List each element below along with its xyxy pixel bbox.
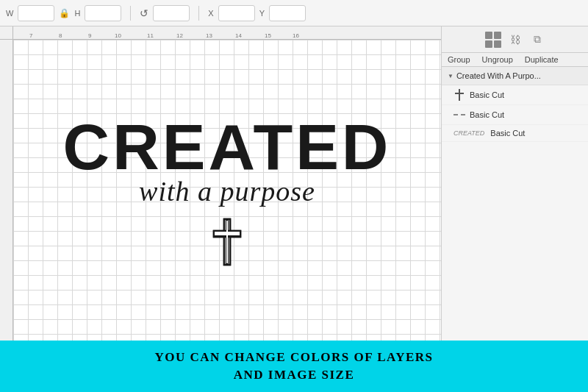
ungroup-button[interactable]: Ungroup [476, 53, 519, 66]
group-button[interactable]: Group [442, 53, 476, 66]
layer-item-3[interactable]: CREATED Basic Cut [442, 125, 588, 142]
canvas-grid[interactable]: CREATED with a purpose [13, 40, 441, 341]
layer-2-label: Basic Cut [470, 110, 504, 119]
layer-dash-icon [453, 109, 465, 121]
folder-arrow-icon: ▼ [448, 73, 453, 79]
ruler-tick-12: 12 [176, 32, 183, 39]
lock-icon: 🔒 [59, 8, 70, 18]
ruler-corner [0, 26, 13, 40]
layer-3-label: Basic Cut [490, 129, 525, 138]
main-toolbar: W 🔒 H ↺ X Y [0, 0, 588, 26]
w-label: W [6, 9, 13, 18]
panel-icon-group: ⛓ ⧉ [485, 32, 545, 48]
ruler-tick-11: 11 [147, 32, 154, 39]
ruler-left [0, 26, 13, 341]
width-input[interactable] [18, 5, 54, 21]
rotate-icon: ↺ [140, 7, 148, 19]
copy-icon: ⧉ [529, 32, 545, 48]
toolbar-w-group: W 🔒 H [6, 5, 121, 21]
bottom-banner: YOU CAN CHANGE COLORS OF LAYERS AND IMAG… [0, 341, 588, 392]
design-content: CREATED with a purpose [63, 115, 392, 266]
y-label: Y [259, 9, 265, 18]
folder-name: Created With A Purpo... [456, 71, 541, 80]
banner-line1: YOU CAN CHANGE COLORS OF LAYERS [154, 349, 433, 366]
design-created-text: CREATED [63, 115, 392, 179]
banner-line2: AND IMAGE SIZE [234, 366, 355, 384]
ruler-tick-14: 14 [235, 32, 242, 39]
divider-2 [198, 6, 199, 21]
grid-icon [485, 32, 501, 48]
x-input[interactable] [218, 5, 255, 21]
layers-folder-header[interactable]: ▼ Created With A Purpo... [442, 67, 588, 85]
panel-toolbar: ⛓ ⧉ [442, 26, 588, 53]
toolbar-xy-group: X Y [208, 5, 306, 21]
main-area: 7 8 9 10 11 12 13 14 15 16 CREATED with … [0, 26, 588, 341]
rotate-input[interactable] [153, 5, 190, 21]
ruler-top: 7 8 9 10 11 12 13 14 15 16 [13, 26, 441, 40]
link-icon: ⛓ [507, 32, 523, 48]
x-label: X [208, 9, 213, 18]
design-purpose-text: with a purpose [139, 175, 315, 207]
h-label: H [74, 9, 80, 18]
canvas-wrapper: 7 8 9 10 11 12 13 14 15 16 CREATED with … [0, 26, 441, 341]
ruler-tick-13: 13 [206, 32, 212, 39]
ruler-tick-9: 9 [88, 32, 91, 39]
ruler-tick-15: 15 [265, 32, 271, 39]
y-input[interactable] [269, 5, 306, 21]
group-actions-row: Group Ungroup Duplicate [442, 53, 588, 67]
layer-cross-icon [453, 89, 465, 101]
toolbar-rotate-group: ↺ [140, 5, 190, 21]
layer-tag-icon: CREATED [453, 129, 484, 137]
layer-item-2[interactable]: Basic Cut [442, 105, 588, 125]
divider-1 [130, 6, 131, 21]
height-input[interactable] [85, 5, 121, 21]
ruler-tick-10: 10 [115, 32, 121, 39]
ruler-tick-7: 7 [29, 32, 32, 39]
ruler-tick-8: 8 [59, 32, 62, 39]
layer-item-1[interactable]: Basic Cut [442, 85, 588, 105]
layer-1-label: Basic Cut [470, 90, 504, 99]
ruler-tick-16: 16 [293, 32, 299, 39]
duplicate-button[interactable]: Duplicate [519, 53, 564, 66]
right-panel: ⛓ ⧉ Group Ungroup Duplicate ▼ Created Wi… [441, 26, 588, 341]
design-cross-icon [211, 218, 243, 266]
